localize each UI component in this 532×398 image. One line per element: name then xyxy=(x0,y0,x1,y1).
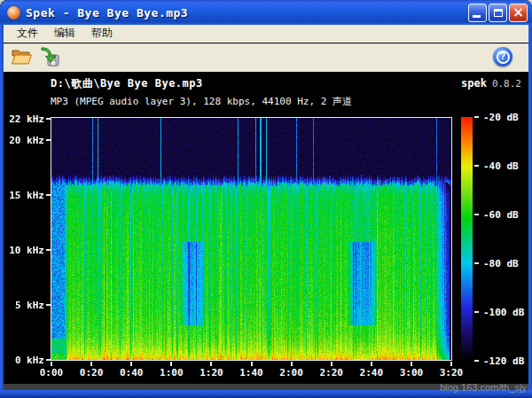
db-tick-label: -40 dB xyxy=(483,160,519,172)
title-bar[interactable]: Spek - Bye Bye Bye.mp3 × xyxy=(0,0,532,25)
freq-tick-label: 10 kHz xyxy=(5,245,44,256)
spek-window: Spek - Bye Bye Bye.mp3 × 文件 编辑 帮助 xyxy=(0,0,532,398)
time-tick-label: 1:20 xyxy=(196,367,226,378)
minimize-icon xyxy=(473,15,481,18)
freq-tick xyxy=(46,118,51,120)
time-tick-label: 3:00 xyxy=(396,367,426,378)
freq-tick xyxy=(46,194,51,196)
time-tick xyxy=(251,362,253,366)
close-button[interactable]: × xyxy=(509,4,528,22)
save-spectrogram-button[interactable] xyxy=(37,46,62,71)
time-tick xyxy=(90,362,92,366)
window-title: Spek - Bye Bye Bye.mp3 xyxy=(26,6,188,20)
db-tick-label: -20 dB xyxy=(483,112,519,123)
db-tick-label: -60 dB xyxy=(483,209,519,221)
time-tick-label: 0:20 xyxy=(76,367,106,378)
menu-bar: 文件 编辑 帮助 xyxy=(4,25,528,43)
freq-tick xyxy=(46,359,51,361)
time-tick xyxy=(170,362,172,366)
db-tick xyxy=(474,311,479,313)
app-version: spek0.8.2 xyxy=(461,77,521,90)
time-tick xyxy=(411,362,412,366)
time-tick-label: 2:00 xyxy=(277,367,307,378)
minimize-button[interactable] xyxy=(468,4,487,22)
maximize-icon xyxy=(494,9,503,17)
question-icon: ? xyxy=(497,51,510,64)
freq-tick-label: 22 kHz xyxy=(5,113,44,125)
db-tick-label: -80 dB xyxy=(483,258,519,269)
time-tick xyxy=(130,362,132,366)
time-tick xyxy=(51,362,52,366)
menu-file[interactable]: 文件 xyxy=(9,24,46,43)
freq-tick xyxy=(46,304,51,306)
db-tick-label: -120 dB xyxy=(483,355,524,367)
time-tick-label: 1:40 xyxy=(237,367,267,378)
watermark: blog.163.com/th_sjy xyxy=(440,382,527,393)
db-tick xyxy=(474,165,479,167)
db-tick xyxy=(474,116,479,118)
freq-tick xyxy=(46,249,51,251)
open-folder-icon xyxy=(11,46,32,71)
freq-tick-label: 20 kHz xyxy=(5,135,44,146)
time-tick xyxy=(291,362,293,366)
time-tick-label: 0:40 xyxy=(116,367,146,378)
open-file-button[interactable] xyxy=(9,46,34,71)
colorbar xyxy=(461,117,473,361)
maximize-button[interactable] xyxy=(489,4,507,22)
db-tick xyxy=(474,360,479,362)
time-tick-label: 0:00 xyxy=(36,367,66,378)
freq-tick-label: 5 kHz xyxy=(5,300,44,311)
time-tick-label: 1:00 xyxy=(156,367,186,378)
time-tick-label: 3:20 xyxy=(436,367,466,378)
db-tick-label: -100 dB xyxy=(483,307,524,318)
file-path: D:\歌曲\Bye Bye Bye.mp3 xyxy=(51,76,203,91)
time-tick xyxy=(331,362,332,366)
stream-info: MP3 (MPEG audio layer 3), 128 kbps, 4410… xyxy=(51,95,352,108)
menu-help[interactable]: 帮助 xyxy=(83,24,121,43)
freq-tick xyxy=(46,139,51,141)
time-tick-label: 2:20 xyxy=(317,367,347,378)
freq-tick-label: 15 kHz xyxy=(5,190,44,201)
window-controls: × xyxy=(468,4,528,22)
toolbar: ? xyxy=(4,43,528,72)
time-tick xyxy=(210,362,212,366)
time-tick xyxy=(371,362,372,366)
help-button[interactable]: ? xyxy=(493,47,512,66)
menu-edit[interactable]: 编辑 xyxy=(46,24,83,43)
save-export-icon xyxy=(39,46,60,71)
freq-tick-label: 0 kHz xyxy=(5,355,44,366)
time-tick-label: 2:40 xyxy=(356,367,387,378)
spectrogram-panel: D:\歌曲\Bye Bye Bye.mp3 spek0.8.2 MP3 (MPE… xyxy=(4,72,528,384)
app-icon xyxy=(7,6,20,20)
db-tick xyxy=(474,214,479,215)
time-tick xyxy=(450,362,452,366)
db-tick xyxy=(474,262,479,264)
close-icon: × xyxy=(510,4,527,21)
window-border-right xyxy=(528,25,532,390)
app-name: spek xyxy=(461,77,487,90)
spectrogram-canvas xyxy=(51,118,451,360)
